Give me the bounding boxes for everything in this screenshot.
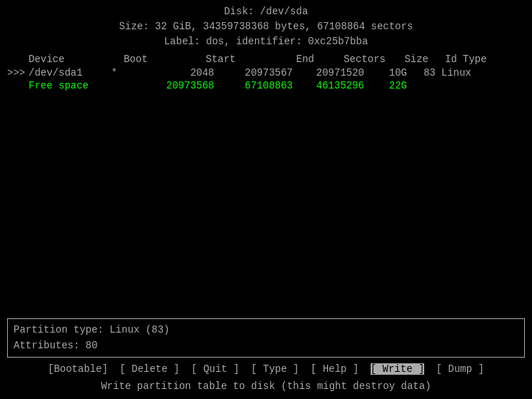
- table-header-row: Device Boot Start End Sectors Size Id Ty…: [7, 54, 525, 66]
- disk-label-info: Label: dos, identifier: 0xc25b7bba: [0, 34, 532, 49]
- partition-size: 10G: [364, 67, 407, 79]
- free-space-boot: [93, 80, 136, 91]
- partition-device: /dev/sda1: [29, 67, 93, 79]
- partition-sectors: 20971520: [293, 67, 364, 79]
- help-button[interactable]: [ Help ]: [311, 363, 358, 375]
- status-bar: Write partition table to disk (this migh…: [0, 378, 532, 395]
- dump-button[interactable]: [ Dump ]: [436, 363, 484, 375]
- col-header-start: Start: [157, 54, 236, 65]
- status-text: Write partition table to disk (this migh…: [101, 380, 431, 392]
- partition-type-line: Partition type: Linux (83): [14, 322, 518, 338]
- col-header-device: Device: [29, 54, 114, 65]
- partition-attributes-line: Attributes: 80: [14, 338, 518, 353]
- col-header-type: Type: [457, 54, 514, 65]
- disk-title: Disk: /dev/sda: [0, 4, 532, 19]
- bootable-button[interactable]: [Bootable]: [48, 363, 108, 375]
- disk-size-info: Size: 32 GiB, 34359738368 bytes, 6710886…: [0, 19, 532, 34]
- partition-table: Device Boot Start End Sectors Size Id Ty…: [0, 54, 532, 318]
- partition-end: 20973567: [214, 67, 293, 79]
- partition-start: 2048: [136, 67, 214, 79]
- col-header-id: Id: [428, 54, 457, 65]
- partition-type: Linux: [436, 67, 493, 79]
- col-header-boot: Boot: [114, 54, 157, 65]
- free-space-end: 67108863: [214, 80, 293, 91]
- terminal-screen: Disk: /dev/sda Size: 32 GiB, 34359738368…: [0, 0, 532, 399]
- col-header-sectors: Sectors: [314, 54, 386, 65]
- partition-info-panel: Partition type: Linux (83) Attributes: 8…: [7, 318, 525, 358]
- write-button[interactable]: [ Write ]: [371, 363, 425, 375]
- col-header-end: End: [236, 54, 314, 65]
- free-space-size: 22G: [364, 80, 407, 91]
- partition-boot: *: [93, 67, 136, 79]
- col-header-size: Size: [386, 54, 428, 65]
- table-row[interactable]: >>> /dev/sda1 * 2048 20973567 20971520 1…: [7, 66, 525, 79]
- row-arrow: >>>: [7, 67, 29, 79]
- delete-button[interactable]: [ Delete ]: [119, 363, 179, 375]
- type-button[interactable]: [ Type ]: [251, 363, 298, 375]
- partition-id: 83: [407, 67, 436, 79]
- disk-header: Disk: /dev/sda Size: 32 GiB, 34359738368…: [0, 4, 532, 49]
- free-space-label: Free space: [29, 80, 93, 91]
- free-space-sectors: 46135296: [293, 80, 364, 91]
- free-space-row[interactable]: Free space 20973568 67108863 46135296 22…: [7, 79, 525, 92]
- button-bar: [Bootable] [ Delete ] [ Quit ] [ Type ] …: [0, 360, 532, 378]
- free-space-start: 20973568: [136, 80, 214, 91]
- quit-button[interactable]: [ Quit ]: [191, 363, 239, 375]
